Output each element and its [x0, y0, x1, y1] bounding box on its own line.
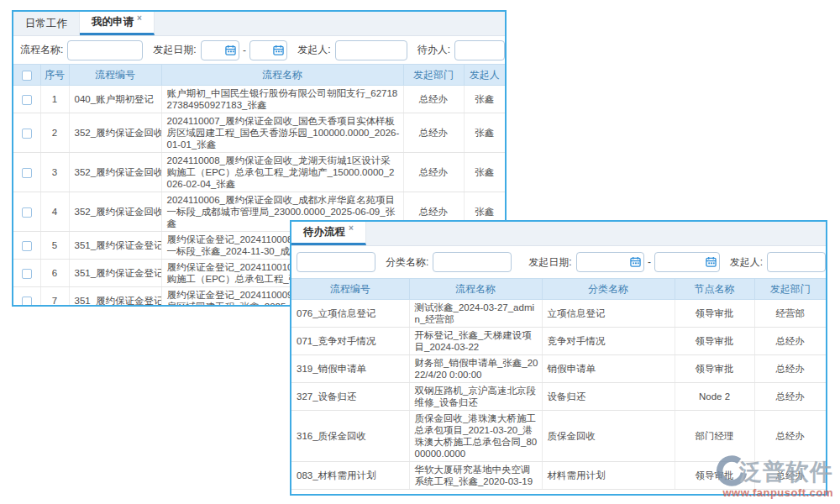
- tab-todo-flows-label: 待办流程: [303, 225, 345, 239]
- row-checkbox[interactable]: [22, 269, 32, 279]
- dept-cell: 总经办: [754, 411, 826, 462]
- row-checkbox[interactable]: [22, 207, 32, 218]
- todo-flows-table: 流程编号流程名称分类名称节点名称发起部门 076_立项信息登记 测试张鑫_202…: [291, 278, 826, 490]
- dept-cell: 总经办: [754, 462, 826, 490]
- row-checkbox[interactable]: [22, 168, 32, 178]
- start-date-to-input[interactable]: [249, 40, 287, 60]
- category-cell: 设备归还: [542, 383, 675, 411]
- table-row[interactable]: 1 040_账户期初登记 账户期初_中国民生银行股份有限公司朝阳支行_62718…: [13, 86, 505, 113]
- start-date-label: 发起日期:: [153, 43, 196, 57]
- node-cell: 部门经理: [675, 411, 754, 462]
- checkbox-cell: [13, 232, 40, 260]
- table-row[interactable]: 083_材料需用计划 华软大厦研究基地中央空调系统工程_张鑫_2020-03-1…: [291, 462, 826, 490]
- seq-cell: 1: [40, 86, 69, 113]
- start-date-to-input[interactable]: [654, 252, 720, 272]
- tab-todo-flows[interactable]: 待办流程 ×: [291, 222, 366, 245]
- select-all-header: [13, 65, 40, 86]
- flow-code-cell: 327_设备归还: [291, 383, 409, 411]
- initiator-input[interactable]: [335, 40, 407, 60]
- flow-name-cell: 财务部_销假申请单_张鑫_2022/4/20 0:00:00: [409, 355, 542, 383]
- table-row[interactable]: 327_设备归还 双钢压路机_京沪高速北京段维修_设备归还 设备归还 Node …: [291, 383, 826, 411]
- flow-code-cell: 351_履约保证金登记: [69, 260, 161, 287]
- category-cell: 竞争对手情况: [542, 328, 675, 355]
- start-date-from-input[interactable]: [576, 252, 644, 272]
- column-header: 发起人: [464, 65, 505, 86]
- seq-cell: 3: [40, 153, 69, 192]
- row-checkbox[interactable]: [22, 297, 32, 307]
- flow-code-cell: 319_销假申请单: [291, 355, 409, 383]
- seq-cell: 7: [40, 287, 69, 307]
- dept-cell: 总经办: [754, 328, 826, 355]
- column-header: 节点名称: [675, 279, 754, 300]
- date-range-separator: -: [243, 45, 246, 56]
- column-header: 序号: [40, 65, 69, 86]
- initiator-cell: 张鑫: [464, 113, 505, 153]
- checkbox-cell: [13, 287, 40, 307]
- dept-cell: 总经办: [403, 86, 464, 113]
- category-cell: 质保金回收: [542, 411, 675, 462]
- start-date-label: 发起日期:: [528, 255, 571, 270]
- column-header: 流程编号: [291, 279, 409, 300]
- table-row[interactable]: 2 352_履约保证金回收 2024110007_履约保证金回收_国色天香项目实…: [13, 113, 505, 153]
- initiator-cell: 张鑫: [464, 86, 505, 113]
- start-date-to-field: [654, 252, 720, 272]
- close-icon[interactable]: ×: [349, 223, 354, 233]
- flow-name-cell: 双钢压路机_京沪高速北京段维修_设备归还: [409, 383, 542, 411]
- tab-daily-work[interactable]: 日常工作: [13, 12, 80, 35]
- back-filterbar: 流程名称: 发起日期: - 发起人: 待办人:: [13, 36, 505, 64]
- row-checkbox[interactable]: [22, 95, 32, 105]
- checkbox-cell: [13, 153, 40, 192]
- flow-name-cell: 2024110007_履约保证金回收_国色天香项目实体样板房区域园建工程_国色天…: [161, 113, 403, 153]
- initiator-label: 发起人:: [297, 43, 330, 57]
- table-row[interactable]: 316_质保金回收 质保金回收_港珠澳大桥施工总承包项目_2021-03-20_…: [291, 411, 826, 462]
- date-range-separator: -: [648, 256, 651, 268]
- row-checkbox[interactable]: [22, 241, 32, 251]
- row-checkbox[interactable]: [22, 129, 32, 139]
- initiator-input[interactable]: [767, 252, 826, 272]
- flow-code-cell: 040_账户期初登记: [69, 86, 161, 113]
- start-date-from-field: [201, 40, 239, 60]
- category-input[interactable]: [433, 252, 512, 272]
- tab-daily-work-label: 日常工作: [25, 17, 67, 31]
- flow-code-cell: 351_履约保证金登记: [69, 232, 161, 260]
- dept-cell: 总经办: [754, 383, 826, 411]
- node-cell: 领导审批: [675, 328, 754, 355]
- flow-name-input[interactable]: [297, 252, 375, 272]
- select-all-checkbox[interactable]: [22, 71, 32, 81]
- flow-name-input[interactable]: [67, 40, 143, 60]
- table-header-row: 流程编号流程名称分类名称节点名称发起部门: [291, 279, 826, 300]
- category-label: 分类名称:: [386, 255, 428, 270]
- column-header: 流程名称: [161, 65, 403, 86]
- column-header: 发起部门: [754, 279, 826, 300]
- flow-code-cell: 352_履约保证金回收: [69, 153, 161, 192]
- node-cell: Node 2: [675, 383, 754, 411]
- column-header: 流程编号: [69, 65, 161, 86]
- table-row[interactable]: 3 352_履约保证金回收 2024110008_履约保证金回收_龙湖天街城1区…: [13, 153, 505, 192]
- category-cell: 材料需用计划: [542, 462, 675, 490]
- tab-my-requests[interactable]: 我的申请 ×: [80, 12, 155, 35]
- dept-cell: 总经办: [403, 113, 464, 153]
- dept-cell: 经营部: [754, 300, 826, 328]
- table-row[interactable]: 071_竞争对手情况 开标登记_张鑫_天梯建设项目_2024-03-22 竞争对…: [291, 328, 826, 355]
- start-date-to-field: [249, 40, 287, 60]
- flow-name-cell: 质保金回收_港珠澳大桥施工总承包项目_2021-03-20_港珠澳大桥施工总承包…: [409, 411, 542, 462]
- table-row[interactable]: 319_销假申请单 财务部_销假申请单_张鑫_2022/4/20 0:00:00…: [291, 355, 826, 383]
- start-date-from-field: [576, 252, 644, 272]
- flow-code-cell: 316_质保金回收: [291, 411, 409, 462]
- flow-name-cell: 2024110008_履约保证金回收_龙湖天街城1区设计采购施工（EPC）总承包…: [161, 153, 403, 192]
- seq-cell: 6: [40, 260, 69, 287]
- flow-code-cell: 352_履约保证金回收: [69, 192, 161, 232]
- checkbox-cell: [13, 192, 40, 232]
- flow-name-cell: 账户期初_中国民生银行股份有限公司朝阳支行_627182738495092718…: [161, 86, 403, 113]
- seq-cell: 2: [40, 113, 69, 153]
- node-cell: 领导审批: [675, 462, 754, 490]
- todo-person-input[interactable]: [454, 40, 505, 60]
- back-tabbar: 日常工作 我的申请 ×: [13, 12, 505, 36]
- dept-cell: 总经办: [754, 355, 826, 383]
- flow-name-cell: 测试张鑫_2024-03-27_admin_经营部: [409, 300, 542, 328]
- close-icon[interactable]: ×: [137, 13, 142, 23]
- column-header: 流程名称: [409, 279, 542, 300]
- table-row[interactable]: 076_立项信息登记 测试张鑫_2024-03-27_admin_经营部 立项信…: [291, 300, 826, 328]
- flow-code-cell: 076_立项信息登记: [291, 300, 409, 328]
- start-date-from-input[interactable]: [201, 40, 239, 60]
